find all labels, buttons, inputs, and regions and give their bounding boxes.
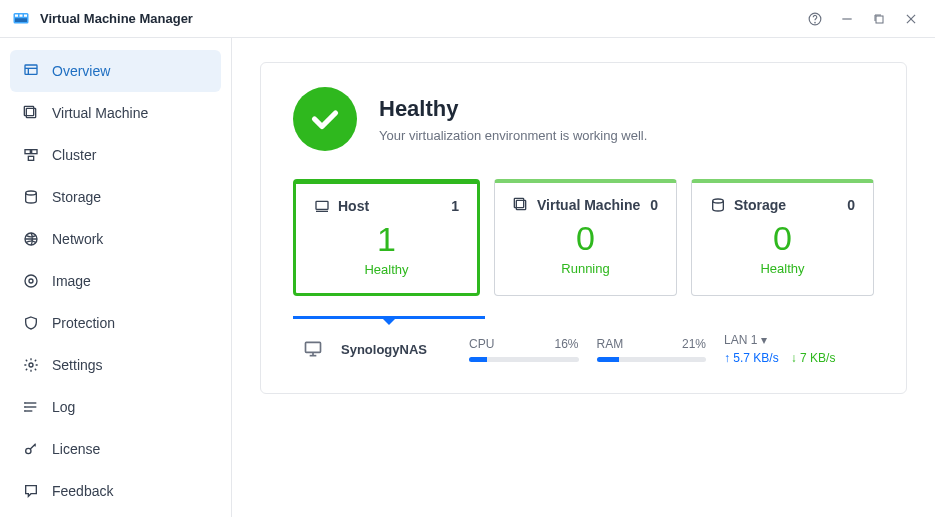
app-title: Virtual Machine Manager (40, 11, 795, 26)
sidebar-item-label: Settings (52, 357, 103, 373)
vm-icon (22, 104, 40, 122)
sidebar-item-storage[interactable]: Storage (10, 176, 221, 218)
sidebar-item-network[interactable]: Network (10, 218, 221, 260)
active-tab-indicator (293, 316, 485, 319)
sidebar-item-label: License (52, 441, 100, 457)
chevron-down-icon[interactable]: ▾ (761, 333, 767, 347)
log-icon (22, 398, 40, 416)
sidebar-item-label: Network (52, 231, 103, 247)
key-icon (22, 440, 40, 458)
host-icon (314, 198, 330, 214)
card-label: Storage (734, 197, 786, 213)
svg-point-27 (25, 403, 26, 404)
health-title: Healthy (379, 96, 647, 122)
monitor-icon (303, 339, 323, 359)
svg-rect-31 (316, 201, 328, 209)
sidebar-item-settings[interactable]: Settings (10, 344, 221, 386)
content-area: Healthy Your virtualization environment … (232, 38, 935, 517)
card-status: Healthy (710, 261, 855, 276)
sidebar-item-label: Image (52, 273, 91, 289)
net-upload: ↑ 5.7 KB/s (724, 351, 779, 365)
ram-metric: RAM21% (597, 337, 707, 362)
cluster-icon (22, 146, 40, 164)
svg-point-21 (25, 275, 37, 287)
svg-point-35 (713, 199, 724, 203)
sidebar-item-log[interactable]: Log (10, 386, 221, 428)
card-virtual-machine[interactable]: Virtual Machine 0 0 Running (494, 179, 677, 296)
cpu-value: 16% (554, 337, 578, 351)
card-label: Host (338, 198, 369, 214)
sidebar-item-overview[interactable]: Overview (10, 50, 221, 92)
health-subtitle: Your virtualization environment is worki… (379, 128, 647, 143)
sidebar-item-cluster[interactable]: Cluster (10, 134, 221, 176)
sidebar-item-label: Storage (52, 189, 101, 205)
check-icon (293, 87, 357, 151)
svg-point-30 (26, 448, 31, 453)
sidebar-item-label: Feedback (52, 483, 113, 499)
svg-point-28 (25, 407, 26, 408)
sidebar-item-license[interactable]: License (10, 428, 221, 470)
svg-point-23 (29, 363, 33, 367)
sidebar-item-feedback[interactable]: Feedback (10, 470, 221, 512)
svg-rect-11 (25, 65, 37, 74)
card-storage[interactable]: Storage 0 0 Healthy (691, 179, 874, 296)
svg-rect-3 (24, 14, 27, 16)
vm-card-icon (513, 197, 529, 213)
network-metric: LAN 1 ▾ ↑ 5.7 KB/s ↓ 7 KB/s (724, 333, 864, 365)
sidebar-item-label: Overview (52, 63, 110, 79)
svg-point-6 (815, 22, 816, 23)
host-row[interactable]: SynologyNAS CPU16% RAM21% LAN 1 ▾ ↑ 5.7 … (293, 319, 874, 369)
sidebar: Overview Virtual Machine Cluster Storage… (0, 38, 232, 517)
gear-icon (22, 356, 40, 374)
help-button[interactable] (803, 7, 827, 31)
sidebar-item-image[interactable]: Image (10, 260, 221, 302)
net-label: LAN 1 (724, 333, 757, 347)
sidebar-item-label: Protection (52, 315, 115, 331)
card-count: 1 (451, 198, 459, 214)
svg-rect-1 (15, 14, 18, 16)
sidebar-item-label: Cluster (52, 147, 96, 163)
maximize-button[interactable] (867, 7, 891, 31)
card-value: 1 (314, 222, 459, 256)
svg-point-29 (25, 411, 26, 412)
feedback-icon (22, 482, 40, 500)
card-count: 0 (847, 197, 855, 213)
svg-point-19 (26, 191, 37, 195)
minimize-button[interactable] (835, 7, 859, 31)
svg-rect-4 (15, 18, 27, 22)
storage-card-icon (710, 197, 726, 213)
net-download: ↓ 7 KB/s (791, 351, 836, 365)
image-icon (22, 272, 40, 290)
health-status: Healthy Your virtualization environment … (293, 87, 874, 151)
overview-icon (22, 62, 40, 80)
sidebar-item-protection[interactable]: Protection (10, 302, 221, 344)
ram-value: 21% (682, 337, 706, 351)
card-count: 0 (650, 197, 658, 213)
cpu-metric: CPU16% (469, 337, 579, 362)
card-status: Running (513, 261, 658, 276)
sidebar-item-virtual-machine[interactable]: Virtual Machine (10, 92, 221, 134)
cpu-bar (469, 357, 579, 362)
app-icon (12, 10, 30, 28)
network-icon (22, 230, 40, 248)
host-name: SynologyNAS (341, 342, 451, 357)
titlebar: Virtual Machine Manager (0, 0, 935, 38)
svg-rect-16 (25, 150, 30, 154)
svg-rect-18 (28, 156, 33, 160)
svg-rect-2 (20, 14, 23, 16)
card-label: Virtual Machine (537, 197, 640, 213)
sidebar-item-label: Log (52, 399, 75, 415)
svg-rect-8 (876, 16, 883, 23)
svg-rect-36 (306, 342, 321, 352)
shield-icon (22, 314, 40, 332)
overview-panel: Healthy Your virtualization environment … (260, 62, 907, 394)
cpu-label: CPU (469, 337, 494, 351)
ram-bar (597, 357, 707, 362)
ram-label: RAM (597, 337, 624, 351)
close-button[interactable] (899, 7, 923, 31)
svg-point-22 (29, 279, 33, 283)
card-value: 0 (513, 221, 658, 255)
storage-icon (22, 188, 40, 206)
card-host[interactable]: Host 1 1 Healthy (293, 179, 480, 296)
card-value: 0 (710, 221, 855, 255)
